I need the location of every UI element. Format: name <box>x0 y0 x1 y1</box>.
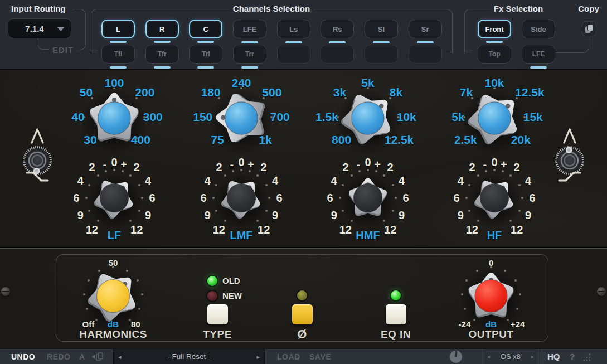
save-button[interactable]: SAVE <box>309 349 331 364</box>
input-routing-dropdown[interactable]: 7.1.4 <box>8 18 71 38</box>
type-button[interactable] <box>207 304 228 324</box>
active-indicator <box>110 66 127 69</box>
oversampling-selector[interactable]: ◂ OS x8 ▸ <box>483 349 538 364</box>
eq-in-button[interactable] <box>386 304 406 324</box>
lmf-gain-scale-label: + <box>247 158 254 171</box>
fx-button-top[interactable]: Top <box>478 45 511 64</box>
fx-button-side[interactable]: Side <box>522 20 555 38</box>
bell-curve-icon <box>557 128 582 147</box>
channel-button-c[interactable]: C <box>189 20 222 38</box>
ab-preset-button[interactable]: A <box>79 349 85 364</box>
channel-button-sr[interactable]: Sr <box>409 20 442 38</box>
preset-next-icon[interactable]: ▸ <box>256 349 260 364</box>
bypass-knob-icon[interactable] <box>450 351 462 363</box>
panel-line <box>464 52 472 53</box>
lf-gain-scale-label: 12 <box>86 224 98 236</box>
hf-gain-scale-label: 9 <box>525 208 531 221</box>
hf-gain-scale-label: 2 <box>513 161 519 173</box>
fx-button-front[interactable]: Front <box>478 20 511 38</box>
copy-button[interactable] <box>582 21 596 36</box>
hf-gain-scale-label: 12 <box>466 224 478 236</box>
hmf-gain-scale-label: 4 <box>399 174 405 187</box>
preset-name[interactable]: - Full Reset - <box>114 349 264 364</box>
lmf-freq-label: 75 <box>211 133 224 147</box>
hf-gain-knob[interactable] <box>470 174 518 224</box>
lf-gain-scale-label: 0 <box>111 156 117 169</box>
channel-button-ls[interactable]: Ls <box>277 20 310 38</box>
os-next-icon[interactable]: ▸ <box>531 349 534 364</box>
lf-gain-scale-label: 4 <box>77 174 84 187</box>
lmf-freq-label: 150 <box>193 110 212 124</box>
hmf-gain-scale-label: + <box>374 158 381 171</box>
channel-button-trr[interactable]: Trr <box>233 45 266 64</box>
hf-gain-scale-label: 0 <box>491 156 497 169</box>
copy-to-b-icon[interactable] <box>89 352 105 361</box>
hmf-gain-scale-label: 2 <box>342 161 348 173</box>
copy-pages-icon <box>584 23 594 34</box>
undo-button[interactable]: UNDO <box>11 349 35 364</box>
hmf-gain-scale-label: 6 <box>402 192 409 205</box>
harmonics-scale-label: 50 <box>109 258 118 268</box>
hf-freq-label: 12.5k <box>515 86 545 99</box>
channel-button-label: Sr <box>421 25 429 33</box>
fx-button-lfe[interactable]: LFE <box>522 45 555 64</box>
hf-gain-scale-label: - <box>483 158 487 171</box>
channel-button-rs[interactable]: Rs <box>321 20 354 38</box>
hq-toggle[interactable]: HQ <box>547 349 560 364</box>
channel-button-l[interactable]: L <box>101 20 135 38</box>
lmf-gain-scale-label: 12 <box>258 224 270 236</box>
active-indicator <box>110 41 127 43</box>
bottom-bar: UNDO REDO A ◂ - Full Reset - ▸ LOAD SAVE… <box>0 348 607 364</box>
hmf-gain-scale-label: 9 <box>399 208 405 221</box>
load-button[interactable]: LOAD <box>277 349 300 364</box>
lmf-gain-scale-label: 0 <box>238 156 244 169</box>
lf-freq-label: 100 <box>104 76 124 90</box>
channel-button-empty[interactable] <box>409 45 442 64</box>
redo-button[interactable]: REDO <box>47 349 70 364</box>
channel-button-lfe[interactable]: LFE <box>233 20 266 38</box>
channel-button-sl[interactable]: Sl <box>365 20 398 38</box>
lmf-gain-scale-label: 4 <box>205 174 211 187</box>
resize-grip-icon[interactable] <box>583 353 591 361</box>
lower-panel: OLD NEW TYPE Ø EQ IN HARMONICS OUTPUT 50… <box>0 248 607 348</box>
channel-button-label: Trl <box>202 50 210 58</box>
channel-button-empty[interactable] <box>321 45 354 64</box>
hmf-gain-knob[interactable] <box>344 174 392 224</box>
tick-dot <box>240 169 242 171</box>
channel-button-tfl[interactable]: Tfl <box>101 45 135 64</box>
channel-button-trl[interactable]: Trl <box>189 45 222 64</box>
hmf-gain-scale-label: 6 <box>327 192 333 205</box>
channel-button-label: Tfr <box>158 50 167 58</box>
lf-gain-scale-label: 2 <box>133 161 139 173</box>
channel-button-tfr[interactable]: Tfr <box>145 45 179 64</box>
hf-gain-scale-label: 12 <box>511 224 523 236</box>
harmonics-scale-label: dB <box>108 319 119 329</box>
lf-gain-scale-label: 9 <box>77 208 84 221</box>
input-routing-title: Input Routing <box>8 4 69 13</box>
fx-button-label: Front <box>485 25 503 33</box>
hmf-gain-scale-label: 9 <box>331 208 337 221</box>
screw-icon <box>1 287 10 296</box>
lmf-gain-knob[interactable] <box>217 174 265 224</box>
hf-gain-scale-label: 4 <box>458 174 464 187</box>
help-button[interactable]: ? <box>570 349 575 364</box>
active-indicator <box>530 66 547 69</box>
lmf-gain-scale-label: 4 <box>272 174 278 187</box>
channel-button-r[interactable]: R <box>145 20 179 38</box>
hmf-freq-label: 1.5k <box>315 110 338 124</box>
eq-in-label: EQ IN <box>381 328 411 341</box>
active-indicator <box>285 41 302 44</box>
output-knob[interactable] <box>463 268 519 326</box>
channel-button-empty[interactable] <box>365 45 398 64</box>
channel-button-label: LFE <box>243 25 257 33</box>
phase-button[interactable] <box>292 304 313 324</box>
lmf-gain-scale-label: 12 <box>213 224 225 236</box>
lf-gain-knob[interactable] <box>90 174 138 224</box>
harmonics-knob[interactable] <box>84 267 142 327</box>
hmf-freq-label: 12.5k <box>385 133 414 147</box>
preset-selector[interactable]: ◂ - Full Reset - ▸ <box>113 349 265 364</box>
channel-button-empty[interactable] <box>277 45 310 64</box>
phase-label: Ø <box>297 327 307 342</box>
edit-button[interactable]: EDIT <box>50 45 76 55</box>
band-name-lmf: LMF <box>230 229 252 242</box>
